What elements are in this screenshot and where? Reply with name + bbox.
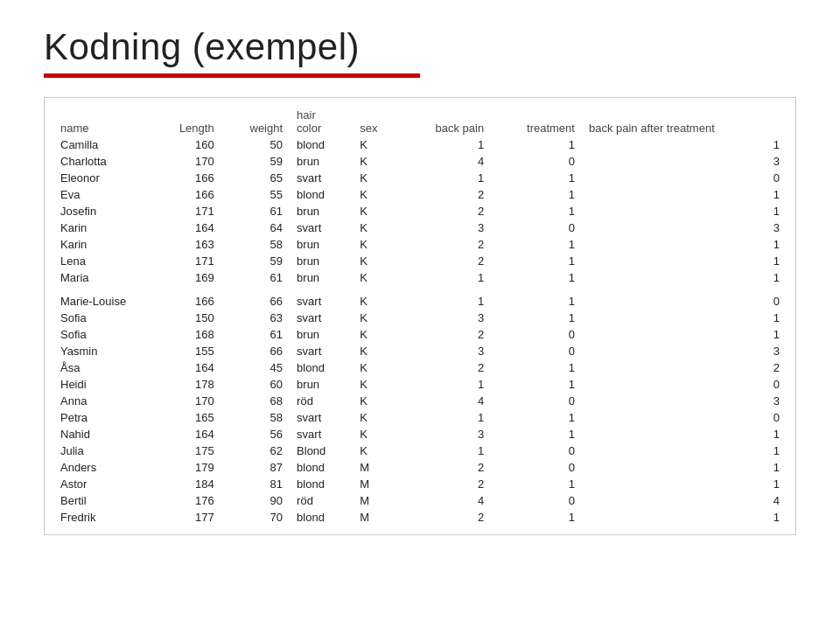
- table-cell: Anna: [53, 393, 150, 409]
- col-header-0: name: [53, 107, 150, 136]
- table-cell: 1: [582, 310, 787, 326]
- data-table: nameLengthweighthaircolorsexback paintre…: [53, 107, 787, 526]
- table-row: Yasmin15566svartK303: [53, 343, 787, 359]
- table-cell: 4: [399, 153, 491, 170]
- table-cell: 3: [399, 219, 491, 236]
- table-cell: 55: [221, 186, 290, 203]
- table-cell: 1: [399, 136, 491, 153]
- table-cell: K: [353, 343, 399, 359]
- table-cell: 1: [491, 509, 582, 526]
- table-cell: 59: [221, 153, 290, 170]
- table-cell: Anders: [53, 459, 150, 476]
- table-cell: 171: [150, 253, 221, 269]
- table-cell: 177: [150, 509, 221, 526]
- table-cell: Bertil: [53, 492, 150, 509]
- table-row: Heidi17860brunK110: [53, 376, 787, 393]
- table-cell: K: [353, 186, 399, 203]
- table-cell: 1: [582, 269, 787, 286]
- table-row: Marie-Louise16666svartK110: [53, 293, 787, 310]
- table-cell: 4: [399, 492, 491, 509]
- page-title: Kodning (exempel): [44, 26, 796, 68]
- table-cell: 58: [221, 236, 290, 253]
- table-cell: K: [353, 409, 399, 426]
- table-cell: Petra: [53, 409, 150, 426]
- table-cell: 0: [491, 492, 582, 509]
- table-cell: 170: [150, 393, 221, 409]
- table-cell: 61: [221, 326, 290, 343]
- table-cell: M: [353, 459, 399, 476]
- table-cell: svart: [290, 310, 353, 326]
- table-cell: blond: [290, 476, 353, 492]
- table-row: Eleonor16665svartK110: [53, 170, 787, 186]
- table-cell: K: [353, 293, 399, 310]
- table-cell: 1: [582, 459, 787, 476]
- table-cell: 166: [150, 293, 221, 310]
- col-header-3: haircolor: [290, 107, 353, 136]
- table-cell: 56: [221, 426, 290, 442]
- table-cell: 1: [399, 409, 491, 426]
- table-cell: 2: [399, 253, 491, 269]
- table-cell: blond: [290, 359, 353, 376]
- table-cell: 3: [582, 153, 787, 170]
- table-cell: 169: [150, 269, 221, 286]
- table-cell: blond: [290, 186, 353, 203]
- table-cell: Åsa: [53, 359, 150, 376]
- table-cell: Josefin: [53, 203, 150, 219]
- table-cell: svart: [290, 409, 353, 426]
- table-cell: 0: [582, 376, 787, 393]
- table-cell: 1: [582, 203, 787, 219]
- table-cell: brun: [290, 376, 353, 393]
- table-cell: K: [353, 136, 399, 153]
- table-cell: 59: [221, 253, 290, 269]
- table-row: Fredrik17770blondM211: [53, 509, 787, 526]
- table-header-row: nameLengthweighthaircolorsexback paintre…: [53, 107, 787, 136]
- table-row: Karin16358brunK211: [53, 236, 787, 253]
- table-cell: 70: [221, 509, 290, 526]
- table-row: Karin16464svartK303: [53, 219, 787, 236]
- table-cell: brun: [290, 253, 353, 269]
- table-cell: 1: [491, 409, 582, 426]
- col-header-5: back pain: [399, 107, 491, 136]
- table-cell: 64: [221, 219, 290, 236]
- table-cell: svart: [290, 426, 353, 442]
- table-cell: brun: [290, 153, 353, 170]
- table-row: [53, 286, 787, 293]
- table-cell: 1: [582, 253, 787, 269]
- table-cell: 68: [221, 393, 290, 409]
- table-cell: 170: [150, 153, 221, 170]
- table-cell: 1: [491, 136, 582, 153]
- table-cell: 0: [491, 326, 582, 343]
- table-cell: M: [353, 509, 399, 526]
- table-cell: 0: [582, 170, 787, 186]
- table-row: Anders17987blondM201: [53, 459, 787, 476]
- table-row: Josefin17161brunK211: [53, 203, 787, 219]
- table-cell: 166: [150, 170, 221, 186]
- table-row: Lena17159brunK211: [53, 253, 787, 269]
- table-cell: 45: [221, 359, 290, 376]
- table-cell: K: [353, 253, 399, 269]
- table-cell: Marie-Louise: [53, 293, 150, 310]
- table-cell: K: [353, 326, 399, 343]
- col-header-2: weight: [221, 107, 290, 136]
- table-cell: 1: [491, 359, 582, 376]
- table-cell: svart: [290, 293, 353, 310]
- table-cell: K: [353, 359, 399, 376]
- table-cell: 0: [491, 219, 582, 236]
- table-cell: Karin: [53, 219, 150, 236]
- table-cell: 2: [399, 203, 491, 219]
- table-cell: Charlotta: [53, 153, 150, 170]
- table-cell: 1: [491, 293, 582, 310]
- row-spacer: [53, 286, 787, 293]
- table-cell: 1: [491, 310, 582, 326]
- table-cell: 166: [150, 186, 221, 203]
- table-cell: K: [353, 269, 399, 286]
- table-cell: 0: [491, 343, 582, 359]
- table-cell: 1: [399, 376, 491, 393]
- table-cell: 87: [221, 459, 290, 476]
- table-cell: 3: [582, 219, 787, 236]
- table-cell: 61: [221, 203, 290, 219]
- table-row: Maria16961brunK111: [53, 269, 787, 286]
- table-cell: 0: [582, 293, 787, 310]
- table-cell: 1: [399, 269, 491, 286]
- table-cell: blond: [290, 509, 353, 526]
